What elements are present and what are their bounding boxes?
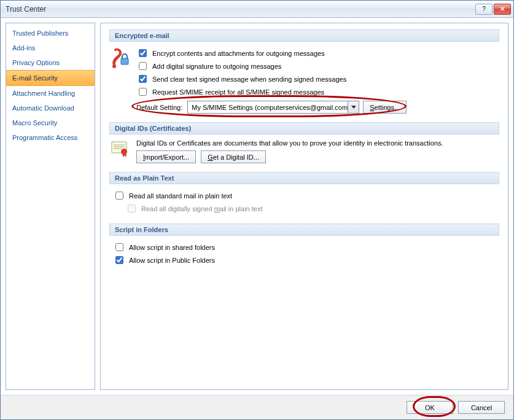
opt-label: Request S/MIME receipt for all S/MIME si…	[152, 88, 324, 96]
opt-request-receipt[interactable]: Request S/MIME receipt for all S/MIME si…	[136, 85, 499, 98]
sidebar-item-label: E-mail Security	[12, 74, 58, 82]
sidebar-item-privacy-options[interactable]: Privacy Options	[6, 55, 95, 70]
encrypted-email-options: Encrypt contents and attachments for out…	[136, 47, 499, 114]
opt-label: Allow script in shared folders	[129, 244, 215, 251]
help-icon: ?	[482, 6, 486, 12]
close-icon: ✕	[500, 6, 505, 12]
sidebar-item-trusted-publishers[interactable]: Trusted Publishers	[6, 26, 95, 41]
svg-point-6	[121, 149, 127, 155]
sidebar-item-automatic-download[interactable]: Automatic Download	[6, 101, 95, 115]
section-script-folders: Allow script in shared folders Allow scr…	[109, 241, 499, 266]
import-export-button[interactable]: Import/Export...	[136, 150, 196, 163]
checkbox-send-clear-text[interactable]	[139, 75, 147, 83]
checkbox-request-receipt[interactable]	[139, 88, 147, 96]
ribbon-lock-icon	[109, 47, 130, 114]
checkbox-read-standard-plain[interactable]	[115, 192, 123, 200]
opt-label: Allow script in Public Folders	[129, 257, 215, 264]
dropdown-button[interactable]	[348, 101, 359, 113]
trust-center-dialog: Trust Center ? ✕ Trusted Publishers Add-…	[0, 0, 514, 420]
section-header-plain-text: Read as Plain Text	[109, 172, 499, 184]
section-digital-ids: Digital IDs or Certificates are document…	[109, 139, 499, 163]
sidebar-item-label: Macro Security	[12, 119, 57, 126]
opt-label: Read all digitally signed mail in plain …	[141, 205, 263, 212]
checkbox-encrypt-contents[interactable]	[139, 49, 147, 57]
sidebar-item-programmatic-access[interactable]: Programmatic Access	[6, 130, 95, 145]
chevron-down-icon	[351, 106, 356, 109]
opt-send-clear-text[interactable]: Send clear text signed message when send…	[136, 72, 499, 85]
section-encrypted-email: Encrypt contents and attachments for out…	[109, 47, 499, 114]
opt-add-signature[interactable]: Add digital signature to outgoing messag…	[136, 60, 499, 72]
sidebar-item-label: Add-ins	[12, 44, 35, 52]
body: Trusted Publishers Add-ins Privacy Optio…	[1, 18, 513, 395]
opt-label: Encrypt contents and attachments for out…	[152, 50, 325, 57]
checkbox-allow-script-shared[interactable]	[115, 243, 123, 251]
section-header-digital-ids: Digital IDs (Certificates)	[109, 122, 499, 134]
titlebar: Trust Center ? ✕	[1, 1, 513, 18]
checkbox-allow-script-public[interactable]	[115, 256, 123, 264]
default-setting-label: Default Setting:	[136, 104, 182, 111]
sidebar: Trusted Publishers Add-ins Privacy Optio…	[6, 23, 95, 390]
sidebar-item-label: Privacy Options	[12, 59, 60, 66]
opt-read-signed-plain: Read all digitally signed mail in plain …	[125, 202, 499, 215]
content-panel: Encrypted e-mail Encrypt contents and at…	[100, 23, 508, 390]
ok-button[interactable]: OK	[407, 401, 453, 414]
opt-allow-script-public[interactable]: Allow script in Public Folders	[113, 254, 499, 266]
settings-button[interactable]: Settings...	[363, 101, 407, 114]
default-setting-dropdown[interactable]: My S/MIME Settings (computerservices@gma…	[187, 101, 359, 114]
help-button[interactable]: ?	[475, 4, 493, 15]
window-title: Trust Center	[6, 5, 474, 14]
sidebar-item-label: Automatic Download	[12, 104, 74, 112]
section-header-encrypted-email: Encrypted e-mail	[109, 29, 499, 42]
section-header-script-folders: Script in Folders	[109, 224, 499, 236]
sidebar-item-email-security[interactable]: E-mail Security	[6, 70, 95, 86]
digital-ids-description: Digital IDs or Certificates are document…	[136, 139, 499, 147]
opt-label: Send clear text signed message when send…	[152, 76, 346, 83]
checkbox-add-signature[interactable]	[139, 62, 147, 70]
default-setting-value: My S/MIME Settings (computerservices@gma…	[188, 104, 348, 111]
checkbox-read-signed-plain	[128, 204, 136, 212]
section-plain-text: Read all standard mail in plain text Rea…	[109, 189, 499, 215]
sidebar-item-attachment-handling[interactable]: Attachment Handling	[6, 86, 95, 101]
opt-label: Read all standard mail in plain text	[129, 192, 232, 200]
sidebar-item-label: Trusted Publishers	[12, 29, 68, 37]
btn-label-rest: ettings...	[375, 104, 400, 111]
sidebar-item-label: Attachment Handling	[12, 90, 75, 97]
titlebar-controls: ? ✕	[474, 4, 511, 15]
sidebar-item-add-ins[interactable]: Add-ins	[6, 41, 95, 55]
certificate-icon	[109, 139, 130, 163]
opt-label: Add digital signature to outgoing messag…	[152, 63, 281, 70]
default-setting-row: Default Setting: My S/MIME Settings (com…	[136, 101, 499, 114]
opt-read-standard-plain[interactable]: Read all standard mail in plain text	[113, 189, 499, 202]
svg-point-0	[112, 64, 116, 68]
digital-ids-fields: Digital IDs or Certificates are document…	[136, 139, 499, 163]
sidebar-item-macro-security[interactable]: Macro Security	[6, 115, 95, 130]
opt-encrypt-contents[interactable]: Encrypt contents and attachments for out…	[136, 47, 499, 60]
close-button[interactable]: ✕	[494, 4, 511, 15]
get-digital-id-button[interactable]: Get a Digital ID...	[201, 150, 266, 163]
svg-rect-1	[121, 58, 128, 64]
dialog-footer: OK Cancel	[1, 395, 513, 419]
opt-allow-script-shared[interactable]: Allow script in shared folders	[113, 241, 499, 254]
sidebar-item-label: Programmatic Access	[12, 134, 77, 141]
cancel-button[interactable]: Cancel	[458, 401, 505, 414]
